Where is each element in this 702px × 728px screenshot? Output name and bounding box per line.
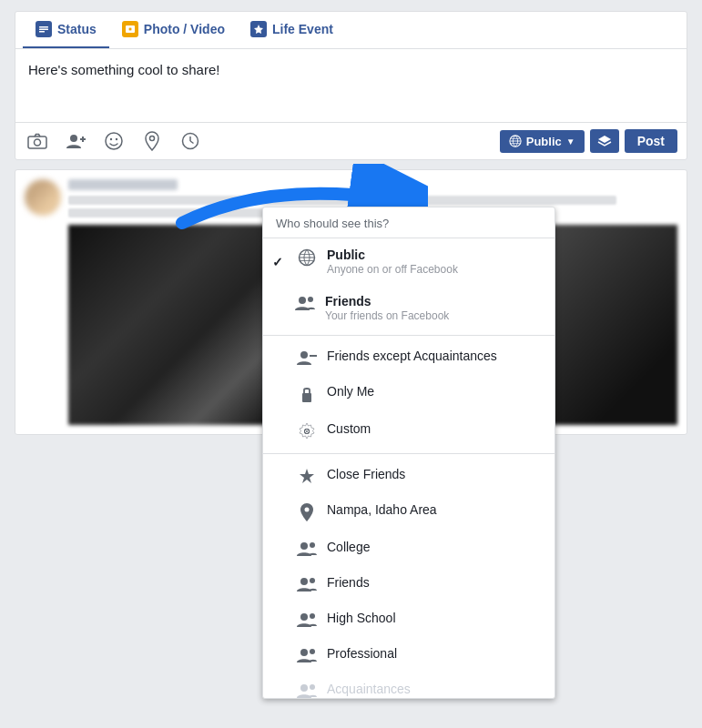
friends-except-content: Friends except Acquaintances [327, 349, 497, 363]
gear-icon [294, 421, 320, 440]
svg-rect-1 [39, 29, 48, 31]
tab-status[interactable]: Status [23, 12, 109, 48]
svg-point-43 [300, 649, 308, 656]
high-school-icon [294, 611, 320, 628]
svg-point-13 [116, 138, 117, 140]
custom-title: Custom [327, 421, 371, 436]
public-item-subtitle: Anyone on or off Facebook [327, 263, 458, 276]
status-tab-icon [36, 21, 52, 37]
svg-point-7 [35, 139, 41, 146]
svg-point-14 [150, 136, 155, 141]
clock-icon[interactable] [178, 128, 203, 154]
feed-text-blur-1 [68, 196, 616, 205]
friends-except-title: Friends except Acquaintances [327, 349, 497, 363]
camera-icon[interactable] [25, 128, 50, 154]
dropdown-header: Who should see this? [263, 207, 554, 238]
dropdown-item-friends2[interactable]: Friends [263, 566, 554, 602]
chevron-down-icon: ▼ [566, 136, 575, 147]
svg-point-40 [310, 578, 315, 583]
dropdown-item-close-friends[interactable]: Close Friends [263, 458, 554, 493]
feed-avatar [25, 179, 61, 216]
pin-icon [294, 502, 320, 521]
svg-point-42 [310, 613, 315, 619]
dropdown-item-college[interactable]: College [263, 531, 554, 566]
svg-rect-31 [302, 393, 311, 402]
close-friends-title: Close Friends [327, 467, 405, 481]
public-item-content: Public Anyone on or off Facebook [327, 248, 458, 276]
dropdown-item-friends-except[interactable]: Friends except Acquaintances [263, 339, 554, 375]
action-bar: Public ▼ Post [15, 122, 687, 159]
tab-photo[interactable]: Photo / Video [109, 12, 238, 48]
separator-2 [263, 453, 554, 454]
only-me-content: Only Me [327, 384, 374, 399]
photo-tab-icon [122, 21, 138, 37]
lock-icon [294, 384, 320, 403]
composer-textarea[interactable]: Here's something cool to share! [15, 49, 687, 122]
public-item-title: Public [327, 248, 458, 262]
svg-marker-35 [300, 469, 314, 483]
acquaintances-icon [294, 682, 320, 698]
dropdown-header-text: Who should see this? [276, 217, 389, 230]
college-icon [294, 540, 320, 557]
svg-rect-6 [28, 136, 46, 148]
check-mark-icon: ✓ [272, 255, 283, 269]
action-icons [25, 128, 500, 154]
emoji-icon[interactable] [101, 128, 127, 154]
friends-item-content: Friends Your friends on Facebook [325, 294, 449, 322]
dropdown-item-professional[interactable]: Professional [263, 637, 554, 672]
svg-point-8 [70, 135, 77, 142]
dropdown-item-acquaintances[interactable]: Acquaintances [263, 672, 554, 698]
star-icon [294, 467, 320, 484]
tab-life[interactable]: Life Event [238, 12, 346, 48]
svg-rect-2 [39, 31, 45, 33]
friends-item-title: Friends [325, 294, 449, 308]
svg-point-28 [308, 297, 313, 302]
college-title: College [327, 540, 370, 554]
svg-point-12 [110, 138, 112, 140]
friends2-title: Friends [327, 575, 370, 590]
only-me-title: Only Me [327, 384, 374, 399]
right-actions: Public ▼ Post [500, 129, 677, 153]
composer-card: Status Photo / Video Life Event Here's s… [15, 11, 687, 160]
dropdown-item-only-me[interactable]: Only Me [263, 375, 554, 412]
composer-text: Here's something cool to share! [28, 62, 219, 77]
dropdown-menu: Who should see this? ✓ Public Anyone on … [262, 207, 555, 699]
close-friends-content: Close Friends [327, 467, 405, 481]
add-friend-icon[interactable] [63, 128, 88, 154]
svg-point-44 [310, 649, 315, 654]
friends-minus-icon [294, 349, 320, 366]
dropdown-item-nampa[interactable]: Nampa, Idaho Area [263, 493, 554, 531]
tab-photo-label: Photo / Video [144, 22, 225, 36]
svg-point-11 [106, 133, 122, 149]
dropdown-item-public[interactable]: ✓ Public Anyone on or off Facebook [263, 238, 554, 285]
public-label: Public [526, 135, 562, 148]
dropdown-item-friends[interactable]: Friends Your friends on Facebook [263, 285, 554, 331]
layers-button[interactable] [590, 129, 619, 153]
location-icon[interactable] [139, 128, 165, 154]
life-tab-icon [250, 21, 267, 37]
post-button[interactable]: Post [625, 129, 677, 153]
separator-1 [263, 335, 554, 336]
public-button[interactable]: Public ▼ [500, 130, 585, 153]
high-school-title: High School [327, 611, 396, 625]
svg-point-36 [305, 508, 310, 512]
tab-life-label: Life Event [272, 22, 333, 36]
svg-point-38 [310, 542, 315, 548]
svg-point-4 [128, 27, 132, 31]
svg-marker-5 [254, 25, 263, 34]
globe-icon [294, 248, 320, 267]
svg-point-33 [304, 429, 310, 434]
dropdown-item-high-school[interactable]: High School [263, 602, 554, 637]
page-wrapper: Status Photo / Video Life Event Here's s… [0, 11, 702, 728]
professional-content: Professional [327, 646, 397, 661]
custom-content: Custom [327, 421, 371, 436]
acquaintances-title: Acquaintances [327, 682, 411, 696]
svg-point-39 [300, 578, 308, 585]
globe-icon [509, 135, 522, 147]
svg-point-29 [300, 351, 308, 359]
friends-item-subtitle: Your friends on Facebook [325, 309, 449, 322]
dropdown-item-custom[interactable]: Custom [263, 412, 554, 450]
svg-point-41 [300, 613, 308, 621]
college-content: College [327, 540, 370, 554]
svg-point-37 [300, 542, 308, 550]
